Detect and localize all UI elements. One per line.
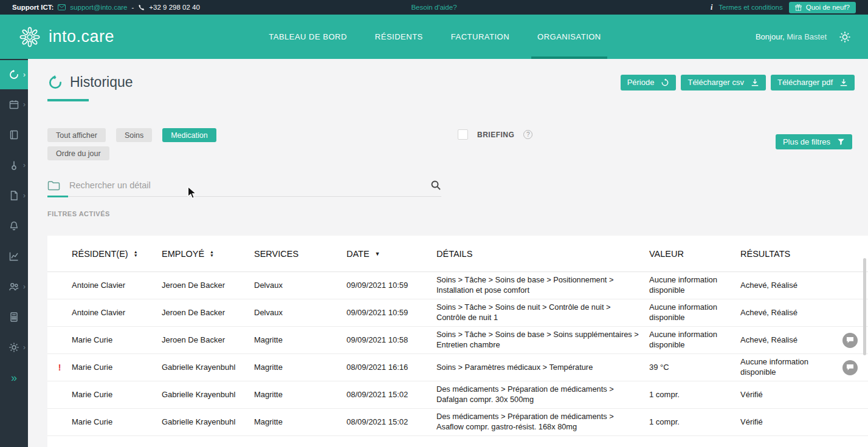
refresh-icon <box>661 78 669 87</box>
column-header-services: SERVICES <box>254 249 346 259</box>
history-table: RÉSIDENT(E) ▲▼ EMPLOYÉ ▲▼ SERVICES DATE … <box>47 236 868 447</box>
sidebar-item-history[interactable]: › <box>0 60 28 89</box>
download-csv-label: Télécharger csv <box>687 78 743 87</box>
more-filters-label: Plus de filtres <box>783 137 830 146</box>
filter-chip-tout-afficher[interactable]: Tout afficher <box>47 128 106 142</box>
cell-result: Aucune information disponible <box>740 357 841 378</box>
comment-button[interactable] <box>842 360 858 375</box>
user-name: Mira Bastet <box>787 32 827 41</box>
support-label: Support ICT: <box>12 4 53 11</box>
sidebar-item-calendar[interactable]: › <box>0 89 28 120</box>
app-header: into.care TABLEAU DE BORD RÉSIDENTS FACT… <box>0 15 868 59</box>
download-csv-button[interactable]: Télécharger csv <box>681 75 765 90</box>
cell-service: Magritte <box>254 417 346 428</box>
main-content: Historique Période Télécharger csv <box>28 59 868 447</box>
cell-employee: Jeroen De Backer <box>162 308 254 318</box>
sort-icon: ▲▼ <box>134 250 138 257</box>
nav-facturation[interactable]: FACTURATION <box>451 15 509 59</box>
sidebar-item-notifications[interactable] <box>0 211 28 241</box>
cell-value: Aucune information disponible <box>649 330 740 350</box>
column-label: DATE <box>346 249 370 259</box>
sidebar-item-parameters[interactable]: › <box>0 150 28 180</box>
download-pdf-button[interactable]: Télécharger pdf <box>771 75 855 90</box>
cell-resident: Marie Curie <box>72 335 162 346</box>
table-row[interactable]: ! Marie Curie Gabrielle Krayenbuhl Magri… <box>47 381 868 409</box>
cell-date: 08/09/2021 15:02 <box>346 417 436 428</box>
journal-icon <box>9 129 19 140</box>
scrollbar-thumb[interactable] <box>863 258 866 355</box>
column-label: RÉSIDENT(E) <box>72 249 128 259</box>
table-row[interactable]: ! Antoine Clavier Jeroen De Backer Delva… <box>47 299 868 327</box>
nav-organisation[interactable]: ORGANISATION <box>537 15 601 59</box>
thermometer-icon <box>9 160 19 171</box>
more-filters-button[interactable]: Plus de filtres <box>776 134 852 149</box>
sidebar-item-statistics[interactable] <box>0 241 28 271</box>
cell-details: Des médicaments > Préparation de médicam… <box>436 384 649 404</box>
chevron-right-icon: › <box>23 161 26 169</box>
table-body: ! Antoine Clavier Jeroen De Backer Delva… <box>47 272 868 436</box>
period-button[interactable]: Période <box>621 75 677 90</box>
history-icon <box>9 69 19 80</box>
settings-gear-icon[interactable] <box>839 31 851 43</box>
comment-bubble-icon <box>846 364 854 371</box>
period-label: Période <box>627 78 655 87</box>
table-row[interactable]: ! Marie Curie Gabrielle Krayenbuhl Magri… <box>47 409 868 436</box>
whats-new-label: Quoi de neuf? <box>806 4 850 11</box>
comment-button[interactable] <box>842 333 858 348</box>
sidebar-item-residents[interactable]: › <box>0 271 28 302</box>
logo-text: into.care <box>49 27 114 46</box>
cell-value: Aucune information disponible <box>649 302 740 323</box>
cell-resident: Antoine Clavier <box>72 308 162 318</box>
user-greeting: Bonjour, Mira Bastet <box>756 32 827 41</box>
calculator-icon <box>9 312 19 322</box>
table-row[interactable]: ! Marie Curie Jeroen De Backer Magritte … <box>47 327 868 354</box>
filter-chip-medication[interactable]: Medication <box>162 128 216 142</box>
search-icon[interactable] <box>430 180 441 191</box>
sidebar-item-calculator[interactable] <box>0 302 28 332</box>
cell-date: 09/09/2021 10:58 <box>346 335 436 346</box>
briefing-label: BRIEFING <box>477 131 514 139</box>
cell-employee: Jeroen De Backer <box>162 281 254 291</box>
download-icon <box>839 78 848 87</box>
column-header-employee[interactable]: EMPLOYÉ ▲▼ <box>162 249 254 259</box>
nav-residents[interactable]: RÉSIDENTS <box>375 15 423 59</box>
table-row[interactable]: ! Marie Curie Gabrielle Krayenbuhl Magri… <box>47 354 868 381</box>
column-header-date[interactable]: DATE ▼ <box>346 249 436 259</box>
filter-chip-ordre-du-jour[interactable]: Ordre du jour <box>47 146 109 160</box>
search-bar <box>47 180 441 197</box>
briefing-checkbox[interactable] <box>458 129 468 140</box>
help-icon[interactable]: ? <box>523 130 532 139</box>
column-header-resident[interactable]: RÉSIDENT(E) ▲▼ <box>72 249 162 259</box>
support-email-link[interactable]: support@into.care <box>70 4 127 11</box>
cell-service: Magritte <box>254 335 346 346</box>
terms-link[interactable]: Termes et conditions <box>718 4 782 11</box>
table-row[interactable]: ! Antoine Clavier Jeroen De Backer Delva… <box>47 272 868 299</box>
nav-tableau-de-bord[interactable]: TABLEAU DE BORD <box>269 15 347 59</box>
phone-icon <box>138 4 145 11</box>
page-title: Historique <box>70 74 133 90</box>
cell-value: Aucune information disponible <box>649 275 740 296</box>
sidebar-item-documents[interactable]: › <box>0 180 28 211</box>
cell-employee: Gabrielle Krayenbuhl <box>162 363 254 373</box>
folder-icon[interactable] <box>47 180 60 191</box>
cell-service: Magritte <box>254 363 346 373</box>
active-filters-label: FILTRES ACTIVÉS <box>47 210 868 217</box>
cell-details: Soins > Paramètres médicaux > Températur… <box>436 363 649 373</box>
help-link[interactable]: Besoin d'aide? <box>411 4 456 11</box>
gift-icon <box>795 4 802 11</box>
cell-details: Des médicaments > Préparation de médicam… <box>436 412 649 432</box>
cell-details: Soins > Tâche > Soins de base > Soins su… <box>436 330 649 350</box>
cell-details: Soins > Tâche > Soins de base > Position… <box>436 275 649 295</box>
search-input[interactable] <box>69 180 421 190</box>
column-label: EMPLOYÉ <box>162 249 204 259</box>
support-phone: +32 9 298 02 40 <box>149 4 199 11</box>
column-header-results: RÉSULTATS <box>740 249 841 259</box>
app-window: Support ICT: support@into.care - +32 9 2… <box>0 0 868 447</box>
document-icon <box>9 190 19 201</box>
filter-chip-soins[interactable]: Soins <box>116 128 152 142</box>
whats-new-button[interactable]: Quoi de neuf? <box>789 2 856 13</box>
sidebar-expand-button[interactable]: » <box>0 364 28 392</box>
sidebar-item-settings[interactable]: › <box>0 332 28 363</box>
sidebar-item-journal[interactable] <box>0 120 28 150</box>
logo[interactable]: into.care <box>17 15 114 59</box>
